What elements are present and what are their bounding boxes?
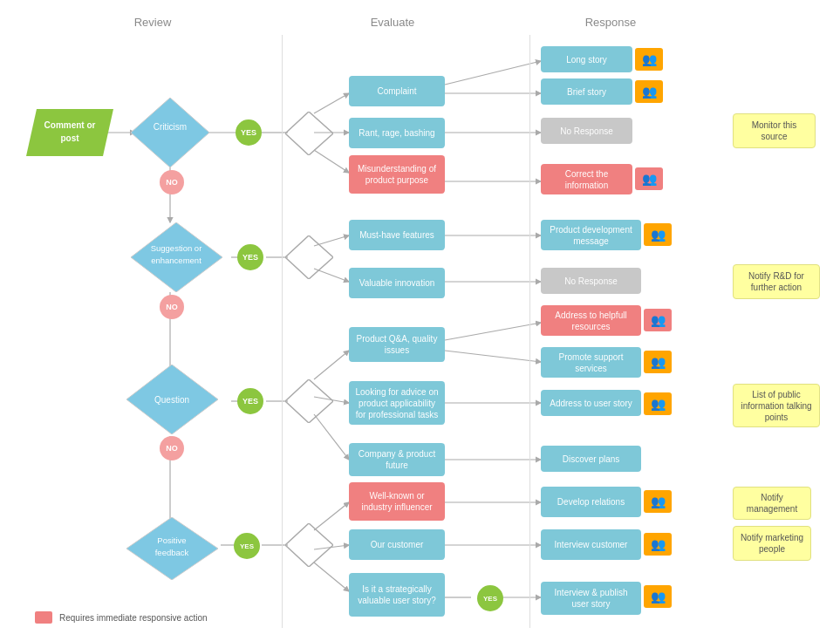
eval-diamond-1: [285, 112, 333, 155]
svg-text:👥: 👥: [642, 52, 658, 67]
response-address-helpful: Address to helpfull resources: [541, 305, 641, 336]
evaluate-well-known: Well-known or industry influencer: [349, 482, 445, 521]
people-interview-publish: 👥: [644, 585, 672, 610]
question-diamond: Question: [126, 365, 218, 434]
svg-line-6: [445, 61, 541, 85]
yes-circle-criticism: YES: [236, 119, 262, 146]
svg-text:Suggestion or: Suggestion or: [151, 243, 202, 253]
response-address-user: Address to user story: [541, 390, 641, 416]
yes-circle-question: YES: [237, 388, 263, 414]
response-no-response-1: No Response: [541, 118, 632, 144]
people-correct-info: 👥: [635, 167, 663, 192]
sep2: [529, 35, 530, 628]
svg-marker-42: [285, 112, 333, 155]
eval-diamond-4: [285, 523, 333, 567]
people-product-dev: 👥: [644, 223, 672, 248]
people-long-story: 👥: [635, 48, 663, 72]
people-address-user: 👥: [644, 392, 672, 417]
svg-marker-67: [285, 523, 333, 567]
response-brief-story: Brief story: [541, 78, 632, 105]
evaluate-company-future: Company & product future: [349, 443, 445, 476]
response-product-dev: Product development message: [541, 220, 641, 250]
evaluate-must-have: Must-have features: [349, 220, 445, 250]
col-review: Review: [100, 16, 205, 29]
response-interview-customer: Interview customer: [541, 529, 641, 560]
svg-text:feedback: feedback: [155, 548, 189, 557]
eval-diamond-2: [285, 235, 333, 279]
col-evaluate: Evaluate: [331, 16, 454, 29]
svg-line-20: [314, 351, 349, 379]
eval-diamond-3: [285, 379, 333, 423]
svg-text:👥: 👥: [651, 494, 666, 509]
evaluate-rant: Rant, rage, bashing: [349, 118, 445, 148]
col-response: Response: [541, 16, 680, 29]
svg-text:Comment or: Comment or: [44, 120, 96, 130]
note-notify-marketing: Notify marketing people: [733, 526, 811, 561]
svg-text:👥: 👥: [642, 85, 658, 99]
note-list-public: List of public information talking point…: [733, 384, 820, 427]
legend: Requires immediate responsive action: [35, 611, 208, 624]
svg-text:Positive: Positive: [157, 535, 186, 545]
no-circle-question: NO: [160, 436, 184, 460]
response-interview-publish: Interview & publish user story: [541, 582, 641, 615]
svg-text:enhancement: enhancement: [151, 256, 201, 265]
people-address-helpful: 👥: [644, 309, 672, 333]
no-circle-criticism: NO: [160, 170, 184, 194]
svg-marker-40: [131, 98, 209, 167]
svg-text:👥: 👥: [651, 355, 666, 370]
evaluate-complaint: Complaint: [349, 76, 445, 106]
svg-text:Question: Question: [154, 395, 189, 405]
svg-text:👥: 👥: [642, 172, 658, 187]
people-develop-relations: 👥: [644, 490, 672, 515]
response-promote-support: Promote support services: [541, 347, 641, 378]
diagram: Review Evaluate Response Comment or post…: [0, 0, 840, 641]
people-brief-story: 👥: [635, 80, 663, 105]
response-develop-relations: Develop relations: [541, 487, 641, 517]
response-correct-info: Correct the information: [541, 164, 632, 194]
evaluate-strategic: Is it a strategically valuable user stor…: [349, 573, 445, 617]
sep1: [282, 35, 283, 628]
legend-text: Requires immediate responsive action: [59, 613, 208, 623]
svg-text:👥: 👥: [651, 397, 666, 412]
svg-text:post: post: [60, 133, 79, 143]
response-no-response-2: No Response: [541, 268, 641, 294]
evaluate-product-qa: Product Q&A, quality issues: [349, 327, 445, 362]
criticism-diamond: Criticism: [131, 98, 209, 167]
svg-text:👥: 👥: [651, 590, 666, 604]
people-interview-customer: 👥: [644, 533, 672, 557]
no-circle-suggestion: NO: [160, 295, 184, 319]
svg-text:Criticism: Criticism: [154, 122, 187, 132]
svg-marker-37: [26, 109, 113, 156]
note-notify-rd: Notify R&D for further action: [733, 264, 820, 299]
start-node: Comment or post: [26, 109, 113, 156]
svg-line-3: [314, 93, 349, 113]
svg-text:👥: 👥: [651, 537, 666, 552]
svg-marker-52: [285, 235, 333, 279]
evaluate-our-customer: Our customer: [349, 529, 445, 560]
yes-circle-strategic: YES: [477, 585, 503, 611]
suggestion-diamond: Suggestion or enhancement: [131, 222, 222, 292]
svg-marker-57: [285, 379, 333, 423]
response-long-story: Long story: [541, 46, 632, 72]
evaluate-valuable: Valuable innovation: [349, 268, 445, 298]
svg-text:👥: 👥: [651, 228, 666, 242]
evaluate-misunderstanding: Misunderstanding of product purpose: [349, 155, 445, 194]
svg-text:👥: 👥: [651, 313, 666, 328]
note-monitor-source: Monitor this source: [733, 113, 816, 148]
people-promote-support: 👥: [644, 351, 672, 375]
yes-circle-positive: YES: [234, 533, 260, 559]
positive-diamond: Positive feedback: [126, 517, 218, 580]
evaluate-looking-advice: Looking for advice on product applicabil…: [349, 381, 445, 425]
note-notify-management: Notify management: [733, 487, 811, 520]
svg-line-24: [445, 351, 541, 362]
legend-color: [35, 611, 52, 624]
response-discover-plans: Discover plans: [541, 446, 641, 472]
svg-line-23: [445, 323, 541, 340]
yes-circle-suggestion: YES: [237, 244, 263, 270]
